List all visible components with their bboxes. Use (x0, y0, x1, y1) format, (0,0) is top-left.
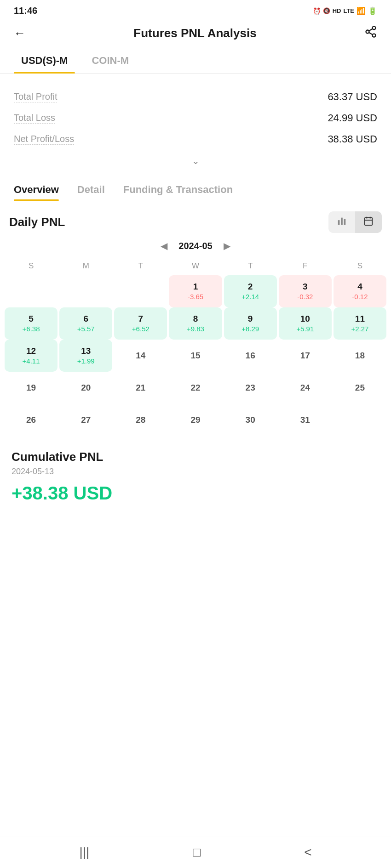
calendar-view-button[interactable] (355, 211, 382, 233)
calendar-week-2: 12+4.1113+1.991415161718 (5, 340, 386, 372)
view-toggle (328, 211, 382, 233)
status-icons: ⏰ 🔇 HD LTE 📶 🔋 (313, 6, 377, 15)
daily-pnl-title: Daily PNL (9, 215, 65, 229)
signal-icon: 📶 (356, 6, 366, 15)
sound-icon: 🔇 (323, 7, 330, 14)
daily-pnl-header: Daily PNL (0, 211, 391, 240)
back-button[interactable]: ← (14, 26, 26, 40)
stats-section: Total Profit 63.37 USD Total Loss 24.99 … (0, 86, 391, 175)
calendar-cell-1-0[interactable]: 5+6.38 (5, 307, 58, 340)
page-title: Futures PNL Analysis (133, 26, 256, 40)
calendar-cell-2-6[interactable]: 18 (334, 340, 386, 372)
calendar-cell-1-4[interactable]: 9+8.29 (224, 307, 277, 340)
calendar-cell-1-6[interactable]: 11+2.27 (334, 307, 386, 340)
calendar-grid: S M T W T F S (5, 259, 386, 275)
calendar-weeks: 1-3.652+2.143-0.324-0.125+6.386+5.577+6.… (5, 275, 386, 436)
calendar-cell-3-1[interactable]: 20 (59, 372, 112, 404)
calendar-cell-3-0[interactable]: 19 (5, 372, 58, 404)
calendar-cell-4-0[interactable]: 26 (5, 404, 58, 436)
total-profit-value: 63.37 USD (328, 91, 377, 103)
net-profit-label: Net Profit/Loss (14, 134, 74, 145)
day-header-sun: S (5, 259, 58, 275)
status-bar: 11:46 ⏰ 🔇 HD LTE 📶 🔋 (0, 0, 391, 20)
prev-month-button[interactable]: ◀ (161, 240, 167, 251)
day-header-tue: T (114, 259, 167, 275)
calendar: ◀ 2024-05 ▶ S M T W T F S 1-3.652+2.143-… (0, 240, 391, 436)
calendar-cell-4-4[interactable]: 30 (224, 404, 277, 436)
total-loss-value: 24.99 USD (328, 112, 377, 124)
calendar-cell-4-6 (334, 404, 386, 436)
battery-icon: 🔋 (368, 6, 377, 15)
calendar-cell-3-4[interactable]: 23 (224, 372, 277, 404)
calendar-cell-2-3[interactable]: 15 (169, 340, 222, 372)
bottom-nav: ||| □ < (0, 836, 391, 868)
calendar-cell-0-1 (59, 275, 112, 307)
day-header-sat: S (334, 259, 386, 275)
tab-usd-m[interactable]: USD(S)-M (14, 50, 75, 73)
calendar-cell-0-6[interactable]: 4-0.12 (334, 275, 386, 307)
svg-rect-8 (365, 218, 373, 226)
total-profit-row: Total Profit 63.37 USD (14, 86, 377, 108)
cumulative-section: Cumulative PNL 2024-05-13 +38.38 USD (0, 436, 391, 513)
sub-tabs: Overview Detail Funding & Transaction (0, 175, 391, 200)
net-profit-row: Net Profit/Loss 38.38 USD (14, 129, 377, 150)
calendar-cell-1-3[interactable]: 8+9.83 (169, 307, 222, 340)
bar-chart-view-button[interactable] (328, 211, 355, 233)
calendar-cell-1-2[interactable]: 7+6.52 (114, 307, 167, 340)
calendar-cell-0-3[interactable]: 1-3.65 (169, 275, 222, 307)
calendar-cell-2-5[interactable]: 17 (279, 340, 332, 372)
calendar-cell-3-3[interactable]: 22 (169, 372, 222, 404)
calendar-cell-0-4[interactable]: 2+2.14 (224, 275, 277, 307)
calendar-nav: ◀ 2024-05 ▶ (5, 240, 386, 251)
calendar-cell-4-2[interactable]: 28 (114, 404, 167, 436)
calendar-icon (363, 216, 374, 226)
calendar-cell-3-2[interactable]: 21 (114, 372, 167, 404)
hd-label: HD (333, 7, 341, 14)
svg-rect-6 (341, 218, 343, 225)
calendar-week-3: 19202122232425 (5, 372, 386, 404)
calendar-cell-0-2 (114, 275, 167, 307)
calendar-cell-2-0[interactable]: 12+4.11 (5, 340, 58, 372)
market-tabs: USD(S)-M COIN-M (0, 50, 391, 74)
tab-overview[interactable]: Overview (14, 184, 59, 200)
bar-chart-icon (337, 216, 347, 226)
day-header-mon: M (59, 259, 112, 275)
svg-line-4 (369, 29, 373, 31)
calendar-cell-4-1[interactable]: 27 (59, 404, 112, 436)
calendar-cell-2-4[interactable]: 16 (224, 340, 277, 372)
tab-coin-m[interactable]: COIN-M (84, 50, 136, 73)
home-button[interactable]: □ (193, 845, 201, 860)
calendar-cell-0-5[interactable]: 3-0.32 (279, 275, 332, 307)
calendar-cell-0-0 (5, 275, 58, 307)
cumulative-title: Cumulative PNL (12, 450, 380, 464)
next-month-button[interactable]: ▶ (224, 240, 230, 251)
calendar-cell-2-2[interactable]: 14 (114, 340, 167, 372)
calendar-week-0: 1-3.652+2.143-0.324-0.12 (5, 275, 386, 307)
alarm-icon: ⏰ (313, 7, 321, 15)
calendar-week-4: 262728293031 (5, 404, 386, 436)
recent-apps-button[interactable]: ||| (79, 845, 89, 860)
total-profit-label: Total Profit (14, 91, 57, 102)
svg-line-3 (369, 33, 373, 35)
expand-button[interactable]: ⌄ (14, 150, 377, 170)
calendar-cell-3-5[interactable]: 24 (279, 372, 332, 404)
tab-funding[interactable]: Funding & Transaction (123, 184, 233, 200)
top-bar: ← Futures PNL Analysis (0, 20, 391, 50)
calendar-week-1: 5+6.386+5.577+6.528+9.839+8.2910+5.9111+… (5, 307, 386, 340)
net-profit-value: 38.38 USD (328, 133, 377, 145)
share-button[interactable] (364, 25, 377, 41)
tab-detail[interactable]: Detail (77, 184, 105, 200)
lte-label: LTE (343, 7, 354, 14)
calendar-cell-1-5[interactable]: 10+5.91 (279, 307, 332, 340)
calendar-month: 2024-05 (178, 241, 212, 251)
calendar-cell-2-1[interactable]: 13+1.99 (59, 340, 112, 372)
svg-rect-7 (344, 219, 346, 225)
back-nav-button[interactable]: < (304, 845, 311, 860)
calendar-cell-1-1[interactable]: 6+5.57 (59, 307, 112, 340)
calendar-cell-4-5[interactable]: 31 (279, 404, 332, 436)
calendar-cell-4-3[interactable]: 29 (169, 404, 222, 436)
status-time: 11:46 (14, 6, 37, 16)
day-header-fri: F (279, 259, 332, 275)
calendar-cell-3-6[interactable]: 25 (334, 372, 386, 404)
day-header-wed: W (169, 259, 222, 275)
